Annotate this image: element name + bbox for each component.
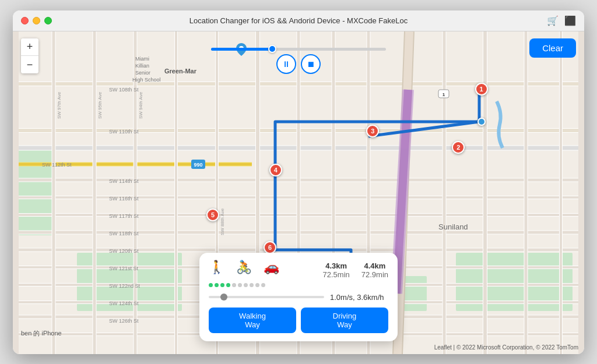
progress-track[interactable] — [211, 48, 386, 51]
progress-fill — [211, 48, 272, 51]
speed-row: 1.0m/s, 3.6km/h — [209, 293, 388, 302]
dot-3 — [220, 283, 224, 287]
svg-text:Green-Mar: Green-Mar — [164, 68, 197, 75]
svg-text:SW 110th St: SW 110th St — [109, 129, 139, 135]
svg-text:SW 124th St: SW 124th St — [109, 301, 139, 306]
dot-8 — [250, 283, 254, 287]
app-window: Location Changer for iOS && Andorid Devi… — [13, 10, 584, 354]
cycling-icon[interactable]: 🚴 — [236, 260, 252, 275]
window-title: Location Changer for iOS && Andorid Devi… — [189, 16, 408, 25]
route-dots — [209, 283, 388, 287]
svg-text:990: 990 — [194, 162, 202, 168]
svg-text:SW 116th St: SW 116th St — [109, 196, 139, 202]
waypoint-blue-dot — [477, 118, 486, 126]
svg-text:SW 117th St: SW 117th St — [109, 213, 139, 219]
pause-icon: ⏸ — [282, 59, 290, 69]
svg-text:Killian: Killian — [135, 63, 149, 69]
dot-2 — [215, 283, 219, 287]
svg-text:High School: High School — [132, 77, 161, 83]
fullscreen-button[interactable] — [44, 17, 52, 24]
route2-time: 72.9min — [361, 270, 388, 279]
route2-distance: 4.4km — [361, 261, 388, 270]
speed-slider[interactable] — [209, 296, 324, 298]
device-label: ben 的 iPhone — [21, 329, 62, 338]
waypoint-marker-6[interactable]: 6 — [264, 241, 276, 254]
titlebar-icons: 🛒 ⬛ — [547, 15, 576, 26]
zoom-controls: + − — [21, 38, 38, 73]
route1-time: 72.5min — [323, 270, 350, 279]
svg-text:SW 95th Ave: SW 95th Ave — [97, 91, 103, 119]
progress-thumb — [268, 45, 276, 53]
playback-controls: ⏸ ⏹ — [276, 54, 321, 74]
route1-distance: 4.3km — [323, 261, 350, 270]
walking-icon[interactable]: 🚶 — [209, 260, 224, 275]
svg-text:SW 108th St: SW 108th St — [109, 87, 139, 93]
speed-label: 1.0m/s, 3.6km/h — [330, 293, 388, 302]
svg-rect-1 — [19, 148, 54, 235]
walking-way-button[interactable]: WalkingWay — [209, 308, 296, 333]
driving-way-button[interactable]: DrivingWay — [301, 308, 388, 333]
dot-4 — [226, 283, 230, 287]
svg-text:SW 97th Ave: SW 97th Ave — [57, 91, 62, 119]
waypoint-marker-4[interactable]: 4 — [269, 164, 282, 176]
svg-text:SW 88th Ave: SW 88th Ave — [220, 208, 225, 235]
route-info: 4.3km 72.5min 4.4km 72.9min — [323, 261, 389, 279]
driving-icon[interactable]: 🚗 — [264, 260, 279, 275]
way-buttons: WalkingWay DrivingWay — [209, 308, 388, 333]
traffic-lights — [21, 17, 52, 24]
svg-text:Suniland: Suniland — [438, 222, 468, 231]
svg-text:SW 112th St: SW 112th St — [42, 162, 72, 168]
svg-text:SW 122nd St: SW 122nd St — [109, 283, 141, 289]
transport-mode-icons: 🚶 🚴 🚗 — [209, 260, 279, 275]
speed-thumb — [220, 294, 227, 301]
dot-9 — [255, 283, 259, 287]
dot-1 — [209, 283, 213, 287]
waypoint-marker-3[interactable]: 3 — [366, 125, 379, 137]
svg-text:1: 1 — [443, 92, 445, 97]
svg-text:SW 94th Ave: SW 94th Ave — [138, 91, 143, 119]
basket-icon[interactable]: 🛒 — [547, 15, 559, 26]
stop-icon: ⏹ — [307, 59, 315, 69]
route-stat-2: 4.4km 72.9min — [361, 261, 388, 279]
map-container: SW 108th St SW 110th St SW 112th St SW 1… — [13, 31, 584, 354]
dot-5 — [232, 283, 236, 287]
svg-text:SW 126th St: SW 126th St — [109, 318, 139, 324]
waypoint-marker-2[interactable]: 2 — [452, 141, 465, 154]
svg-text:Senior: Senior — [135, 70, 150, 76]
map-attribution: Leaflet | © 2022 Microsoft Corporation, … — [434, 344, 578, 351]
minimize-button[interactable] — [33, 17, 40, 24]
waypoint-marker-1[interactable]: 1 — [475, 83, 488, 96]
svg-text:SW 120th St: SW 120th St — [109, 248, 139, 254]
svg-text:SW 121st St: SW 121st St — [109, 266, 139, 271]
clear-button[interactable]: Clear — [529, 38, 576, 58]
progress-overlay: ⏸ ⏹ — [211, 48, 386, 74]
zoom-out-button[interactable]: − — [21, 56, 38, 73]
dot-7 — [244, 283, 248, 287]
dot-6 — [238, 283, 242, 287]
stop-button[interactable]: ⏹ — [301, 54, 321, 74]
dot-10 — [261, 283, 265, 287]
waypoint-marker-5[interactable]: 5 — [206, 208, 219, 221]
close-button[interactable] — [21, 17, 29, 24]
titlebar: Location Changer for iOS && Andorid Devi… — [13, 10, 584, 31]
svg-text:SW 114th St: SW 114th St — [109, 178, 139, 184]
svg-text:SW 118th St: SW 118th St — [109, 231, 139, 236]
zoom-in-button[interactable]: + — [21, 38, 38, 56]
share-icon[interactable]: ⬛ — [564, 15, 576, 26]
bottom-panel: 🚶 🚴 🚗 4.3km 72.5min 4.4km 72.9min — [199, 253, 398, 341]
route-stat-1: 4.3km 72.5min — [323, 261, 350, 279]
svg-text:Miami: Miami — [135, 56, 149, 62]
pause-button[interactable]: ⏸ — [276, 54, 296, 74]
